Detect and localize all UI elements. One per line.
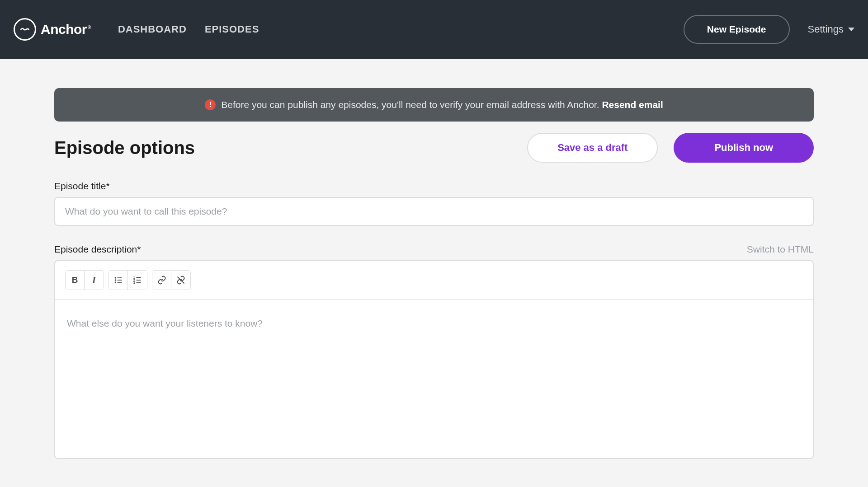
app-header: Anchor® DASHBOARD EPISODES New Episode S…: [0, 0, 868, 59]
ordered-list-icon: 1 2 3: [133, 276, 142, 285]
svg-point-4: [114, 281, 116, 283]
toolbar-group-lists: 1 2 3: [108, 270, 147, 290]
unlink-button[interactable]: [171, 271, 190, 290]
new-episode-button[interactable]: New Episode: [684, 15, 790, 44]
nav-episodes[interactable]: EPISODES: [205, 23, 259, 35]
publish-now-button[interactable]: Publish now: [674, 133, 814, 163]
description-editor: B I 1 2: [54, 260, 814, 459]
toolbar-group-text-style: B I: [65, 270, 104, 290]
bold-icon: B: [72, 275, 78, 285]
verify-email-alert: ! Before you can publish any episodes, y…: [54, 88, 814, 122]
switch-to-html-link[interactable]: Switch to HTML: [747, 244, 814, 255]
unlink-icon: [176, 276, 185, 285]
editor-body[interactable]: What else do you want your listeners to …: [55, 300, 813, 458]
resend-email-link[interactable]: Resend email: [602, 99, 663, 110]
header-right: New Episode Settings: [684, 15, 854, 44]
episode-title-label: Episode title*: [54, 181, 814, 192]
svg-rect-7: [137, 277, 141, 278]
bold-button[interactable]: B: [66, 271, 85, 290]
episode-title-field-group: Episode title*: [54, 181, 814, 226]
action-buttons: Save as a draft Publish now: [527, 133, 814, 163]
svg-rect-1: [117, 277, 122, 278]
editor-placeholder: What else do you want your listeners to …: [67, 318, 801, 329]
svg-rect-9: [137, 280, 141, 281]
logo-icon: [14, 18, 36, 41]
logo[interactable]: Anchor®: [14, 18, 91, 41]
logo-text: Anchor®: [41, 22, 91, 37]
page-title: Episode options: [54, 138, 195, 158]
main-content: ! Before you can publish any episodes, y…: [0, 59, 868, 459]
editor-toolbar: B I 1 2: [55, 261, 813, 300]
unordered-list-icon: [114, 276, 123, 285]
unordered-list-button[interactable]: [109, 271, 128, 290]
italic-button[interactable]: I: [85, 271, 104, 290]
settings-label: Settings: [808, 23, 844, 35]
chevron-down-icon: [848, 28, 854, 31]
save-draft-button[interactable]: Save as a draft: [527, 133, 658, 163]
svg-point-0: [114, 277, 116, 278]
episode-title-input[interactable]: [54, 197, 814, 226]
link-icon: [157, 276, 166, 285]
italic-icon: I: [92, 275, 96, 286]
description-header: Episode description* Switch to HTML: [54, 244, 814, 255]
page-header: Episode options Save as a draft Publish …: [54, 133, 814, 163]
svg-rect-11: [137, 282, 141, 283]
svg-rect-5: [117, 282, 122, 283]
svg-point-2: [114, 279, 116, 281]
link-button[interactable]: [152, 271, 171, 290]
toolbar-group-link: [152, 270, 191, 290]
ordered-list-button[interactable]: 1 2 3: [128, 271, 147, 290]
svg-rect-3: [117, 280, 122, 281]
alert-icon: !: [205, 99, 216, 110]
episode-description-label: Episode description*: [54, 244, 141, 255]
svg-text:3: 3: [133, 281, 135, 284]
alert-text: Before you can publish any episodes, you…: [221, 99, 663, 110]
settings-dropdown[interactable]: Settings: [808, 23, 855, 35]
nav-links: DASHBOARD EPISODES: [118, 23, 259, 35]
nav-dashboard[interactable]: DASHBOARD: [118, 23, 187, 35]
